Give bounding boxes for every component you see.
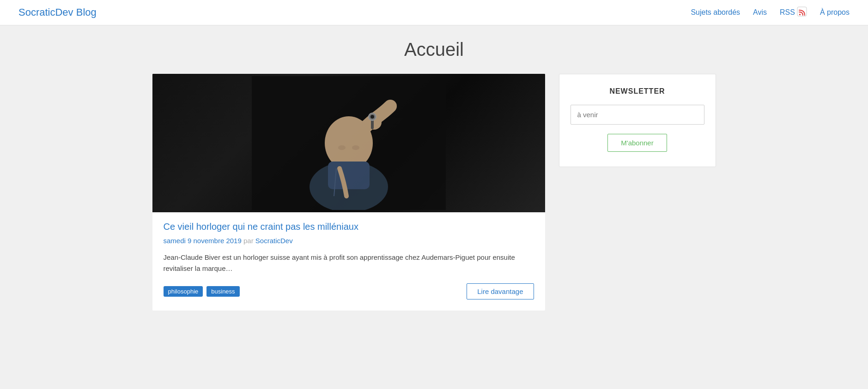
svg-point-11 [338,145,346,150]
site-header: SocraticDev Blog Sujets abordés Avis RSS… [0,0,868,25]
article-title-link[interactable]: Ce vieil horloger qui ne craint pas les … [164,221,358,232]
svg-rect-0 [797,7,807,16]
article-title: Ce vieil horloger qui ne craint pas les … [164,221,534,232]
nav-avis[interactable]: Avis [753,8,767,17]
content-layout: Ce vieil horloger qui ne craint pas les … [152,74,716,311]
article-image [152,74,545,212]
article-meta: samedi 9 novembre 2019 par SocraticDev [164,237,534,245]
svg-rect-5 [328,162,370,189]
page-title: Accueil [152,25,716,74]
page-wrapper: Accueil [134,25,734,311]
tag-philosophie[interactable]: philosophie [164,286,203,297]
main-nav: Sujets abordés Avis RSS À propos [691,6,850,18]
rss-icon [797,6,807,18]
nav-rss[interactable]: RSS [780,6,807,18]
newsletter-input[interactable] [571,105,704,125]
article-figure-svg [252,76,446,210]
tag-business[interactable]: business [206,286,239,297]
article-excerpt: Jean-Claude Biver est un horloger suisse… [164,252,534,274]
article-card: Ce vieil horloger qui ne craint pas les … [152,74,545,311]
article-footer: philosophie business Lire davantage [164,283,534,299]
article-by: par [243,237,255,245]
article-date-link[interactable]: samedi 9 novembre 2019 [164,237,242,245]
article-body: Ce vieil horloger qui ne craint pas les … [152,212,545,311]
newsletter-subscribe-button[interactable]: M'abonner [607,134,667,152]
sidebar: NEWSLETTER M'abonner [559,74,716,167]
rss-label: RSS [780,8,795,17]
site-title[interactable]: SocraticDev Blog [18,6,97,18]
article-author-link[interactable]: SocraticDev [255,237,293,245]
read-more-button[interactable]: Lire davantage [467,283,534,299]
svg-rect-1 [799,14,801,15]
article-image-bg [152,74,545,212]
nav-apropos[interactable]: À propos [820,8,850,17]
newsletter-title: NEWSLETTER [571,87,704,96]
nav-sujets[interactable]: Sujets abordés [691,8,740,17]
svg-point-9 [370,115,374,119]
svg-point-12 [352,145,359,150]
newsletter-btn-wrapper: M'abonner [571,134,704,152]
newsletter-card: NEWSLETTER M'abonner [559,74,716,167]
main-content: Ce vieil horloger qui ne craint pas les … [152,74,545,311]
article-tags: philosophie business [164,286,240,297]
